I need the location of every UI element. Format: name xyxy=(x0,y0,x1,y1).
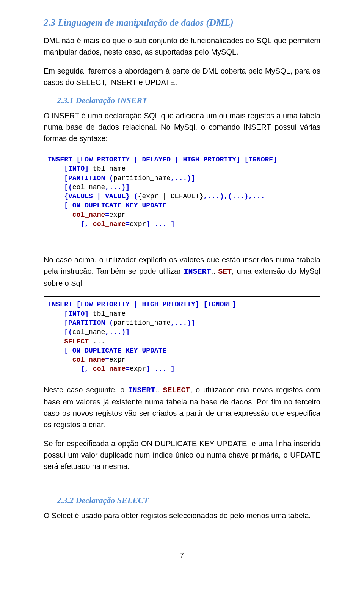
para-on-duplicate: Se for especificada a opção ON DUPLICATE… xyxy=(44,438,320,472)
code-text: col_name xyxy=(72,211,105,219)
code-text xyxy=(48,211,72,219)
code-insert-select: INSERT [LOW_PRIORITY | HIGH_PRIORITY] [I… xyxy=(44,296,320,377)
code-text: ,...)] xyxy=(105,183,130,191)
para-dml-intro: DML não é mais do que o sub conjunto de … xyxy=(44,35,320,58)
code-text: [INTO] xyxy=(48,165,89,172)
inline-select: SELECT xyxy=(163,386,190,395)
code-text: col_name xyxy=(93,365,126,373)
code-text: ,...)] xyxy=(105,328,130,336)
document-page: 2.3 Linguagem de manipulação de dados (D… xyxy=(0,0,364,575)
code-text xyxy=(48,356,72,364)
code-text: [PARTITION ( xyxy=(48,174,113,182)
code-text: expr xyxy=(109,356,126,364)
code-text: = xyxy=(126,220,130,228)
code-text: partition_name xyxy=(113,319,171,327)
code-text: col_name xyxy=(72,356,105,364)
code-text: INSERT [LOW_PRIORITY | DELAYED | HIGH_PR… xyxy=(48,156,277,163)
para-insert-intro: O INSERT é uma declaração SQL que adicio… xyxy=(44,110,320,144)
code-text: ,...)] xyxy=(171,174,195,182)
code-text: col_name xyxy=(93,220,126,228)
code-text: [, xyxy=(48,220,93,228)
inline-set: SET xyxy=(218,267,232,276)
code-text: [, xyxy=(48,365,93,373)
code-text: [ ON DUPLICATE KEY UPDATE xyxy=(48,347,166,354)
code-text: ] ... ] xyxy=(146,220,175,228)
code-text: {VALUES | VALUE} ( xyxy=(48,193,138,200)
code-text: tbl_name xyxy=(89,310,126,318)
code-text: SELECT xyxy=(48,338,89,345)
code-text: = xyxy=(105,211,109,219)
code-text: ] ... ] xyxy=(146,365,175,373)
code-text: [PARTITION ( xyxy=(48,319,113,327)
para-insert-set: No caso acima, o utilizador explícita os… xyxy=(44,254,320,289)
page-number: 7 xyxy=(178,552,186,560)
code-text: {expr | DEFAULT} xyxy=(138,193,204,200)
para-insert-select-desc: Neste caso seguinte, o INSERT.. SELECT, … xyxy=(44,384,320,430)
code-text: = xyxy=(105,356,109,364)
heading-3-select: 2.3.2 Declaração SELECT xyxy=(44,495,320,505)
para-text: .. xyxy=(211,267,218,275)
para-text: Neste caso seguinte, o xyxy=(44,386,128,394)
code-text: col_name xyxy=(72,183,105,191)
heading-3-insert: 2.3.1 Declaração INSERT xyxy=(44,96,320,105)
code-text: = xyxy=(126,365,130,373)
para-text: .. xyxy=(155,386,163,394)
code-text: INSERT [LOW_PRIORITY | HIGH_PRIORITY] [I… xyxy=(48,301,236,308)
code-text: ,...)] xyxy=(171,319,195,327)
code-text: col_name xyxy=(72,328,105,336)
code-text: expr xyxy=(130,365,146,373)
inline-insert: INSERT xyxy=(128,386,155,395)
code-text: partition_name xyxy=(113,174,171,182)
code-text: tbl_name xyxy=(89,165,126,172)
code-insert-values: INSERT [LOW_PRIORITY | DELAYED | HIGH_PR… xyxy=(44,152,320,232)
code-text: expr xyxy=(109,211,126,219)
code-text: ... xyxy=(89,338,105,345)
code-text: expr xyxy=(130,220,146,228)
code-text: [( xyxy=(48,183,72,191)
para-select-intro: O Select é usado para obter registos sel… xyxy=(44,510,320,521)
inline-insert: INSERT xyxy=(184,267,211,276)
code-text: ,...),(...),... xyxy=(203,193,265,200)
code-text: [( xyxy=(48,328,72,336)
page-number-wrap: 7 xyxy=(44,552,320,560)
para-dml-coverage: Em seguida, faremos a abordagem à parte … xyxy=(44,65,320,88)
heading-2-dml: 2.3 Linguagem de manipulação de dados (D… xyxy=(44,17,320,28)
code-text: [INTO] xyxy=(48,310,89,318)
code-text: [ ON DUPLICATE KEY UPDATE xyxy=(48,202,166,209)
